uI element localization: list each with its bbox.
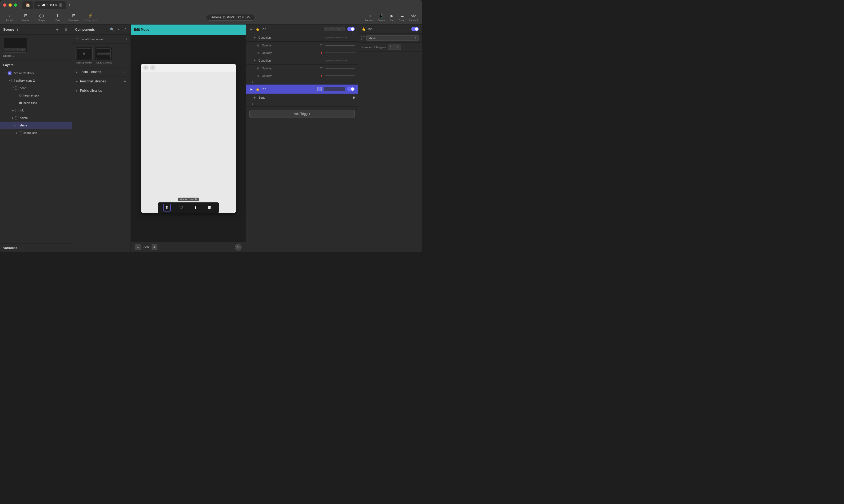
cloud-button[interactable]: ☁ Cloud [399, 13, 405, 22]
add-action-button-2[interactable]: + [246, 102, 253, 106]
expand-share-icon[interactable]: ▶ [15, 131, 19, 135]
layer-info[interactable]: ▶ info [0, 107, 72, 114]
share-dropdown[interactable]: share ▼ [366, 35, 419, 41]
public-libraries-header[interactable]: ▶ Public Libraries [72, 86, 130, 95]
minimize-button[interactable] [8, 3, 12, 7]
heart-control-button[interactable]: ♡ [177, 204, 185, 212]
expand-personal-libraries[interactable]: ▶ [75, 80, 78, 83]
shape-label: Shape [38, 19, 45, 22]
heart-filled-indicator-2b: ♥ [320, 74, 323, 77]
add-local-comp-button[interactable]: + [126, 38, 127, 40]
tap-header-2[interactable]: ▶ 👆 Tap [246, 85, 358, 94]
handoff-button[interactable]: </> Handoff [410, 13, 418, 22]
timeline-track-2b [325, 75, 355, 76]
nav-back-button[interactable]: ‹ [143, 65, 148, 70]
tap-timeline-mini-1: 0 0.2 0.4 0.6 [324, 27, 345, 31]
layer-picture-controls[interactable]: ▼ C Picture Controls [0, 69, 72, 77]
component-thumbnails: AirDrop Modal ↑ ♡ ℹ 🗑 Picture [72, 44, 130, 67]
trash-control-button[interactable]: 🗑 [206, 204, 213, 212]
text-label: Text [55, 19, 60, 22]
expand-local-comp[interactable]: ▼ [75, 37, 79, 41]
close-button[interactable] [3, 3, 6, 7]
local-component-label: Local Component [80, 38, 104, 41]
opacity-row-1a: ⊟ Opacity ♡ [246, 41, 358, 49]
far-right-toggle[interactable] [411, 27, 419, 31]
layers-title: Layers [3, 63, 14, 67]
expand-info[interactable]: ▶ [11, 109, 15, 112]
container-icon: ⊞ [71, 13, 76, 18]
expand-public-libraries[interactable]: ▶ [75, 89, 78, 92]
expand-team-libraries[interactable]: ▶ [75, 70, 78, 74]
upload-icon[interactable]: ↑ [123, 38, 125, 40]
help-button[interactable]: ? [235, 244, 242, 251]
add-condition-button-1[interactable]: + [246, 79, 253, 84]
tap-header-1[interactable]: ▶ 👆 Tap 0 0.2 0.4 0.6 [246, 24, 358, 34]
layer-gallery-icons[interactable]: ▼ gallery icons 2 [0, 77, 72, 84]
expand-heart[interactable]: ▼ [11, 86, 15, 90]
tab-bar: 🏠 ☁ ☁️ * DSLR ✕ + [22, 1, 73, 9]
layer-name-delete: delete [20, 116, 28, 120]
tap-label-1: Tap [261, 27, 266, 31]
left-sidebar: Scenes 1 + ⊞ ↑ ♡ ℹ 🗑 Scene 1 [0, 24, 72, 252]
tap-toggle-1[interactable] [347, 27, 355, 31]
tap-block-1: ▶ 👆 Tap 0 0.2 0.4 0.6 [246, 24, 358, 85]
add-scene-button[interactable]: + [55, 27, 60, 32]
scenes-title: Scenes [3, 28, 14, 32]
layer-heart-filled[interactable]: heart filled [0, 99, 72, 107]
personal-libraries-header[interactable]: ▶ Personal Libraries + [72, 77, 130, 86]
layer-delete[interactable]: ▶ delete [0, 114, 72, 122]
run-button[interactable]: ▶ Run [389, 13, 395, 22]
fingers-property-row: Number of Fingers 1 ▼ [358, 43, 422, 52]
scenes-grid-icon[interactable]: ⊞ [63, 27, 69, 32]
tab-close-button[interactable]: ✕ [59, 3, 62, 7]
tap-gesture-icon-2: 👆 [255, 87, 259, 91]
list-view-button[interactable]: ≡ [116, 27, 121, 32]
container-button[interactable]: ⊞ Container [68, 13, 79, 22]
layer-heart-empty[interactable]: heart empty [0, 92, 72, 99]
search-button[interactable]: 🔍 [110, 27, 114, 32]
home-tab[interactable]: 🏠 [22, 1, 33, 9]
expand-tap-1[interactable]: ▶ [249, 27, 254, 31]
new-tab-button[interactable]: + [66, 2, 73, 8]
scene-thumbnail[interactable]: ↑ ♡ ℹ 🗑 [3, 38, 27, 53]
add-personal-library-button[interactable]: + [122, 79, 127, 84]
layer-name-gallery-icons: gallery icons 2 [16, 79, 35, 82]
shape-button[interactable]: ◯ Shape [36, 13, 47, 22]
expand-gallery-icons[interactable]: ▼ [7, 79, 11, 83]
team-libraries-header[interactable]: ▶ Team Libraries + [72, 68, 130, 76]
dslr-tab[interactable]: ☁ ☁️ * DSLR ✕ [34, 1, 66, 9]
zoom-in-button[interactable]: + [151, 244, 157, 250]
fingers-dropdown[interactable]: 1 ▼ [388, 44, 401, 50]
import-button[interactable]: ↓ Import [4, 13, 15, 22]
add-team-library-button[interactable]: + [122, 70, 127, 74]
fingers-value: 1 [390, 46, 396, 49]
layer-share-icon[interactable]: ▶ share icon [0, 129, 72, 137]
info-control-button[interactable]: ℹ [192, 204, 199, 212]
layer-name-heart-filled: heart filled [23, 101, 37, 105]
add-trigger-button[interactable]: Add Trigger [249, 110, 355, 118]
far-right-tap-label: Tap [367, 27, 372, 31]
picture-controls-thumb[interactable]: ↑ ♡ ℹ 🗑 Picture Controls [95, 47, 112, 64]
layer-heart[interactable]: ▼ heart [0, 84, 72, 92]
nav-forward-button[interactable]: › [150, 65, 156, 70]
refresh-button[interactable]: ↺ [122, 27, 127, 32]
component-button[interactable]: ⚡ Component [84, 13, 97, 22]
airdrop-modal-thumb[interactable]: AirDrop Modal [75, 47, 93, 64]
layer-share[interactable]: ▼ share [0, 122, 72, 129]
maximize-button[interactable] [14, 3, 17, 7]
media-button[interactable]: ⊟ Media [20, 13, 31, 22]
preview-button[interactable]: ⊡ Preview [365, 13, 374, 22]
text-button[interactable]: T Text [52, 13, 63, 22]
variables-section[interactable]: Variables [0, 244, 72, 252]
expand-delete[interactable]: ▶ [11, 116, 15, 120]
zoom-out-button[interactable]: − [135, 244, 141, 250]
share-property-row: share ▼ [358, 34, 422, 43]
tap-toggle-2[interactable] [347, 87, 355, 91]
expand-share[interactable]: ▼ [11, 124, 15, 127]
expand-tap-2[interactable]: ▶ [249, 87, 254, 91]
expand-picture-controls[interactable]: ▼ [4, 71, 8, 75]
share-control-button[interactable]: ⬆ [163, 204, 171, 212]
canvas-body[interactable]: ‹ › Picture Controls ⬆ ♡ ℹ 🗑 [131, 35, 246, 242]
device-pill-button[interactable]: iPhone 11 Pro/X 812 × 375 [206, 14, 255, 20]
device-button[interactable]: 📱 Device [378, 13, 385, 22]
